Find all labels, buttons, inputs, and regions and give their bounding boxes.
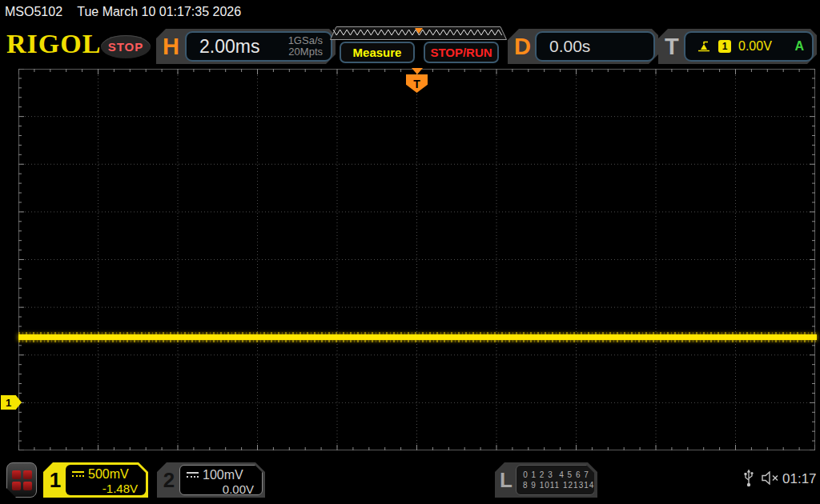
menu-tile — [12, 482, 21, 490]
acquisition-rates: 1GSa/s 20Mpts — [288, 35, 323, 58]
trigger-panel[interactable]: T 1 0.00V A — [658, 29, 817, 64]
logic-channels-panel: 0 1 2 3 4 5 6 7 8 9 1011 12131415 — [516, 465, 595, 495]
trigger-marker-tip-icon — [412, 68, 423, 74]
timebase-panel[interactable]: 2.00ms 1GSa/s 20Mpts — [185, 31, 332, 62]
trigger-source-badge: 1 — [718, 40, 731, 53]
status-bar: MSO5102 Tue March 10 01:17:35 2026 — [5, 5, 241, 19]
channel2-number: 2 — [157, 462, 181, 498]
model-name: MSO5102 — [5, 5, 62, 18]
datetime: Tue March 10 01:17:35 2026 — [77, 5, 241, 18]
measure-button[interactable]: Measure — [340, 42, 415, 63]
menu-tile — [23, 470, 32, 479]
function-menu-button[interactable] — [6, 462, 37, 498]
trigger-settings-panel[interactable]: 1 0.00V A — [684, 31, 814, 62]
grid-menu-icon — [12, 470, 32, 490]
speaker-muted-icon[interactable] — [761, 471, 780, 485]
channel1-number: 1 — [43, 462, 67, 498]
usb-icon[interactable] — [743, 469, 754, 488]
channel2-scale: 100mV — [203, 467, 243, 482]
dc-coupling-icon — [187, 471, 199, 478]
channel1-scale: 500mV — [88, 466, 129, 482]
channel1-offset: -1.48V — [72, 482, 141, 495]
channel1-waveform-trace — [18, 334, 817, 340]
rigol-logo: RIGOL — [6, 29, 101, 59]
logic-row-8-15: 8 9 1011 12131415 — [523, 480, 589, 490]
logic-label: L — [495, 462, 517, 498]
horizontal-label: H — [163, 32, 179, 61]
delay-value-panel[interactable]: 0.00s — [535, 31, 655, 62]
oscilloscope-screen: MSO5102 Tue March 10 01:17:35 2026 RIGOL… — [0, 0, 820, 504]
channel1-status-button[interactable]: 1 500mV -1.48V — [43, 462, 148, 498]
memory-depth: 20Mpts — [288, 46, 323, 58]
trigger-label: T — [665, 32, 679, 61]
delay-label: D — [514, 32, 531, 61]
trigger-level-value: 0.00V — [738, 39, 772, 54]
sample-rate: 1GSa/s — [288, 34, 323, 46]
menu-tile — [23, 482, 32, 490]
delay-panel[interactable]: D 0.00s — [508, 29, 658, 64]
logic-row-0-7: 0 1 2 3 4 5 6 7 — [523, 470, 589, 480]
channel2-info-panel: 100mV 0.00V — [179, 465, 263, 495]
memory-preview-bar[interactable] — [330, 26, 507, 40]
channel2-offset: 0.00V — [187, 482, 257, 496]
horizontal-settings-panel[interactable]: H 2.00ms 1GSa/s 20Mpts — [156, 29, 336, 64]
logic-channels-button[interactable]: L 0 1 2 3 4 5 6 7 8 9 1011 12131415 — [495, 462, 597, 498]
timebase-value: 2.00ms — [199, 36, 259, 58]
channel1-info-panel: 500mV -1.48V — [66, 465, 146, 495]
menu-tile — [12, 470, 21, 479]
edge-trigger-icon — [697, 40, 711, 53]
trigger-sweep-mode: A — [794, 39, 804, 54]
stop-run-button[interactable]: STOP/RUN — [424, 42, 499, 63]
channel2-status-button[interactable]: 2 100mV 0.00V — [157, 462, 265, 498]
graticule — [18, 69, 815, 450]
system-clock: 01:17 — [782, 471, 817, 487]
delay-value: 0.00s — [549, 37, 590, 56]
dc-coupling-icon — [72, 470, 84, 478]
run-state-badge: STOP — [101, 35, 151, 58]
